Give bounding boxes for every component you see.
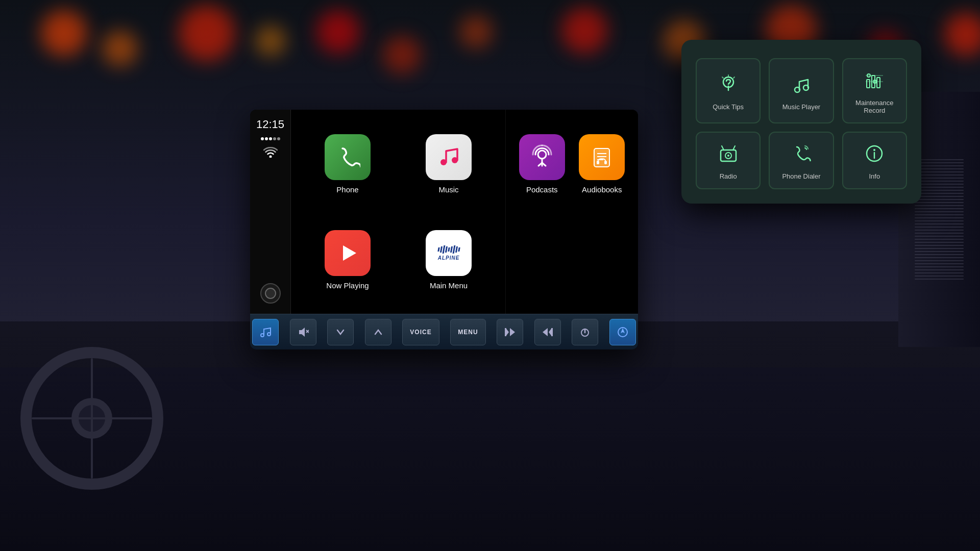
popup-info[interactable]: Info bbox=[842, 132, 907, 189]
phone-app-icon bbox=[325, 134, 371, 180]
dot-3 bbox=[269, 137, 272, 140]
svg-marker-15 bbox=[299, 328, 305, 337]
down-button[interactable] bbox=[327, 319, 354, 345]
quick-tips-label: Quick Tips bbox=[713, 103, 744, 111]
svg-line-32 bbox=[722, 77, 723, 78]
menu-button[interactable]: MENU bbox=[450, 319, 485, 345]
popup-quick-tips[interactable]: Quick Tips bbox=[696, 58, 761, 123]
app-now-playing[interactable]: Now Playing bbox=[301, 216, 394, 304]
popup-music-player[interactable]: Music Player bbox=[769, 58, 834, 123]
svg-point-14 bbox=[267, 333, 271, 336]
svg-marker-27 bbox=[621, 328, 625, 333]
extended-app-grid: Podcasts Audi bbox=[505, 110, 638, 314]
wifi-icon bbox=[263, 146, 278, 158]
screen-main-area: 12:15 bbox=[250, 110, 638, 314]
app-audiobooks[interactable]: Audiobooks bbox=[576, 120, 628, 208]
popup-menu: Quick Tips Music Player bbox=[681, 40, 921, 204]
main-menu-app-icon: ALPINE bbox=[426, 230, 472, 276]
app-main-menu[interactable]: ALPINE Main Menu bbox=[402, 216, 495, 304]
phone-dialer-icon bbox=[789, 141, 814, 166]
up-button[interactable] bbox=[365, 319, 391, 345]
svg-rect-11 bbox=[597, 161, 599, 164]
svg-marker-22 bbox=[543, 328, 548, 336]
radio-label: Radio bbox=[720, 172, 737, 180]
prev-button[interactable] bbox=[497, 319, 523, 345]
car-screen: 12:15 bbox=[250, 110, 638, 349]
music-app-label: Music bbox=[438, 185, 458, 194]
svg-rect-6 bbox=[594, 148, 609, 167]
svg-rect-12 bbox=[604, 161, 607, 164]
spoke-h bbox=[32, 417, 152, 419]
maintenance-label: Maintenance Record bbox=[847, 99, 902, 114]
next-button[interactable] bbox=[534, 319, 561, 345]
steering-wheel bbox=[20, 347, 163, 490]
dot-4 bbox=[273, 137, 276, 140]
mute-button[interactable] bbox=[290, 319, 316, 345]
music-app-icon bbox=[426, 134, 472, 180]
voice-button[interactable]: VOICE bbox=[402, 319, 439, 345]
svg-point-4 bbox=[538, 151, 546, 159]
app-podcasts[interactable]: Podcasts bbox=[516, 120, 568, 208]
now-playing-app-icon bbox=[325, 230, 371, 276]
audiobooks-app-label: Audiobooks bbox=[582, 185, 622, 194]
time-display: 12:15 bbox=[256, 118, 284, 131]
nav-button[interactable] bbox=[609, 319, 636, 345]
popup-phone-dialer[interactable]: Phone Dialer bbox=[769, 132, 834, 189]
main-app-grid: Phone Music bbox=[291, 110, 505, 314]
svg-point-2 bbox=[452, 157, 458, 163]
svg-point-47 bbox=[727, 155, 729, 157]
popup-radio[interactable]: Radio bbox=[696, 132, 761, 189]
home-button[interactable] bbox=[260, 283, 281, 304]
dot-2 bbox=[265, 137, 268, 140]
alpine-text: ALPINE bbox=[438, 255, 460, 261]
svg-rect-20 bbox=[505, 328, 506, 336]
main-menu-app-label: Main Menu bbox=[430, 281, 468, 290]
now-playing-app-label: Now Playing bbox=[326, 281, 369, 290]
podcasts-app-label: Podcasts bbox=[526, 185, 558, 194]
signal-strength bbox=[261, 137, 280, 140]
home-button-inner bbox=[265, 288, 276, 299]
music-control-button[interactable] bbox=[252, 319, 279, 345]
info-icon bbox=[862, 141, 887, 166]
phone-dialer-label: Phone Dialer bbox=[782, 172, 820, 180]
audiobooks-app-icon bbox=[579, 134, 625, 180]
svg-marker-19 bbox=[510, 328, 515, 336]
svg-point-49 bbox=[873, 149, 875, 151]
svg-marker-3 bbox=[343, 245, 356, 261]
steering-wheel-area bbox=[10, 327, 174, 510]
quick-tips-icon bbox=[716, 71, 741, 97]
control-bar: VOICE MENU bbox=[250, 314, 638, 349]
svg-point-1 bbox=[440, 159, 447, 165]
svg-rect-23 bbox=[551, 328, 553, 336]
svg-point-0 bbox=[269, 156, 272, 158]
dot-5 bbox=[277, 137, 280, 140]
app-music[interactable]: Music bbox=[402, 120, 495, 208]
music-player-icon bbox=[789, 71, 814, 97]
dot-1 bbox=[261, 137, 264, 140]
radio-icon bbox=[716, 141, 741, 166]
svg-line-33 bbox=[733, 77, 734, 78]
music-player-label: Music Player bbox=[782, 103, 820, 111]
svg-rect-38 bbox=[877, 78, 880, 88]
svg-rect-36 bbox=[867, 80, 870, 88]
maintenance-icon bbox=[862, 67, 887, 93]
app-phone[interactable]: Phone bbox=[301, 120, 394, 208]
phone-app-label: Phone bbox=[336, 185, 358, 194]
svg-point-13 bbox=[261, 334, 264, 337]
power-button[interactable] bbox=[572, 319, 598, 345]
podcasts-app-icon bbox=[519, 134, 565, 180]
popup-grid: Quick Tips Music Player bbox=[696, 58, 907, 189]
info-label: Info bbox=[869, 172, 880, 180]
screen-sidebar: 12:15 bbox=[250, 110, 291, 314]
popup-maintenance[interactable]: Maintenance Record bbox=[842, 58, 907, 123]
